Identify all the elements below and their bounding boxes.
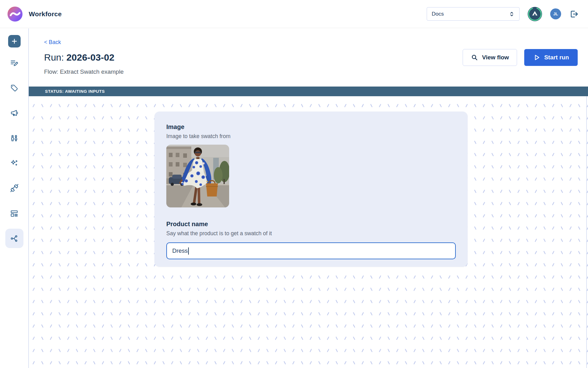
app-header: Workforce Docs JL — [0, 0, 588, 28]
main-content: < Back Run:2026-03-02 Flow: Extract Swat… — [29, 28, 588, 368]
text-caret — [188, 247, 189, 255]
run-title-prefix: Run: — [44, 52, 64, 62]
app-root: Workforce Docs JL — [0, 0, 588, 368]
flow-subtitle: Flow: Extract Swatch example — [44, 68, 123, 75]
plug-icon — [10, 184, 19, 192]
status-text: STATUS: AWAITING INPUTS — [45, 89, 105, 94]
sidebar-item-tags[interactable] — [8, 82, 21, 94]
megaphone-icon — [10, 109, 18, 117]
sidebar-item-templates[interactable] — [8, 207, 21, 220]
layout-icon — [10, 209, 18, 218]
image-field-label: Image — [166, 123, 456, 131]
product-field-label: Product name — [166, 220, 456, 228]
product-field-description: Say what the product is to get a swatch … — [166, 230, 456, 237]
sidebar-item-integrations[interactable] — [8, 182, 21, 194]
tag-icon — [10, 84, 18, 92]
logout-button[interactable] — [569, 9, 579, 19]
plus-icon — [11, 37, 18, 45]
input-image-preview[interactable] — [166, 145, 229, 207]
play-icon — [533, 54, 540, 61]
search-icon — [471, 54, 478, 61]
product-name-value: Dress — [172, 247, 188, 254]
workspace-canvas[interactable]: Image Image to take swatch from — [29, 96, 588, 368]
inputs-card: Image Image to take swatch from — [154, 112, 468, 267]
header-actions: Docs JL — [427, 7, 579, 21]
product-field: Product name Say what the product is to … — [166, 220, 456, 259]
brand: Workforce — [8, 7, 62, 22]
drive-status-icon[interactable] — [528, 7, 542, 21]
back-link[interactable]: < Back — [44, 39, 61, 46]
workspace-select-value: Docs — [432, 11, 444, 17]
image-field-description: Image to take swatch from — [166, 133, 456, 140]
product-name-input[interactable]: Dress — [166, 242, 456, 259]
run-title-date: 2026-03-02 — [66, 52, 114, 62]
start-run-button[interactable]: Start run — [524, 49, 578, 66]
view-flow-button[interactable]: View flow — [463, 49, 517, 66]
share-icon — [10, 234, 18, 243]
select-chevrons-icon — [508, 10, 515, 18]
page-title: Run:2026-03-02 — [44, 52, 114, 63]
sidebar-item-notes[interactable] — [8, 57, 21, 69]
workspace-select[interactable]: Docs — [427, 7, 520, 21]
run-header: < Back Run:2026-03-02 Flow: Extract Swat… — [29, 28, 588, 87]
list-edit-icon — [10, 59, 18, 67]
app-logo-icon — [8, 7, 23, 22]
app-title: Workforce — [29, 10, 62, 18]
logout-icon — [569, 9, 579, 19]
image-field: Image Image to take swatch from — [166, 123, 456, 207]
start-run-label: Start run — [544, 54, 569, 61]
sidebar-item-people[interactable] — [8, 132, 21, 144]
sparkles-icon — [10, 159, 18, 167]
view-flow-label: View flow — [482, 54, 509, 61]
sidebar-create-button[interactable] — [8, 35, 21, 47]
users-icon — [10, 134, 18, 142]
avatar[interactable]: JL — [550, 8, 561, 19]
sidebar-item-assistant[interactable] — [8, 157, 21, 169]
sidebar-item-flows[interactable] — [5, 229, 23, 248]
sidebar-item-announcements[interactable] — [8, 107, 21, 119]
sidebar — [0, 28, 29, 368]
status-bar: STATUS: AWAITING INPUTS — [29, 87, 588, 96]
avatar-initials: JL — [553, 12, 558, 16]
